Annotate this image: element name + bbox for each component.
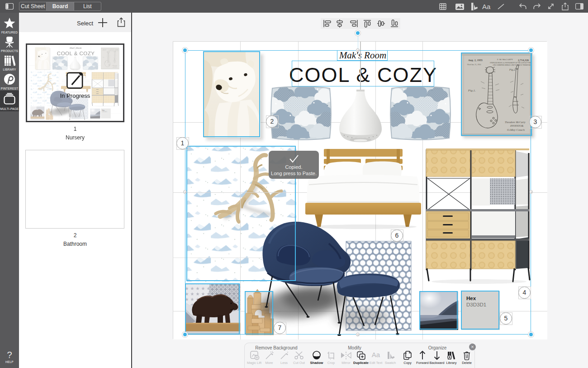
- svg-text:Magic Lift: Magic Lift: [247, 361, 262, 365]
- svg-text:Backward: Backward: [430, 361, 445, 365]
- svg-text:Cut Out: Cut Out: [293, 361, 305, 365]
- svg-text:Edit Text: Edit Text: [370, 361, 383, 365]
- svg-text:Library: Library: [446, 361, 457, 365]
- svg-text:Delete: Delete: [462, 361, 472, 365]
- svg-text:Duplicate: Duplicate: [353, 361, 369, 365]
- svg-text:Forward: Forward: [416, 361, 429, 365]
- svg-text:Shadow: Shadow: [310, 361, 323, 365]
- svg-text:Swatch: Swatch: [385, 361, 396, 365]
- svg-text:Less: Less: [280, 361, 288, 365]
- svg-text:Copy: Copy: [403, 361, 412, 365]
- svg-text:Aa: Aa: [372, 351, 380, 358]
- svg-text:More: More: [265, 361, 273, 365]
- svg-text:Crop: Crop: [327, 361, 335, 365]
- svg-text:Mirror: Mirror: [341, 361, 351, 365]
